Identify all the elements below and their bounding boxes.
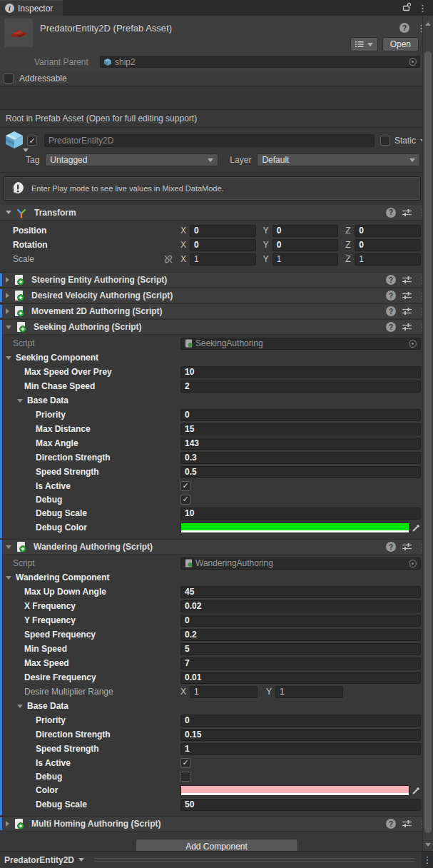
foldout-open-icon[interactable] xyxy=(6,326,11,329)
component-header-multi-homing[interactable]: Multi Homing Authoring (Script) ? ⋮ xyxy=(0,816,433,832)
field-input[interactable]: 0.5 xyxy=(180,466,421,478)
color-swatch[interactable] xyxy=(180,785,409,796)
debug-checkbox[interactable] xyxy=(180,772,190,782)
properties-list-dropdown[interactable] xyxy=(350,37,378,51)
is-active-checkbox[interactable]: ✓ xyxy=(180,481,190,491)
gameobject-name-field[interactable]: PredatorEntity2D xyxy=(44,134,375,147)
color-row: Debug Color xyxy=(0,520,433,535)
component-header-movement2d[interactable]: Movement 2D Authoring (Script) ? ⋮ xyxy=(0,303,433,319)
rotation-y-input[interactable]: 0 xyxy=(272,239,339,251)
component-header-desired-velocity[interactable]: Desired Velocity Authoring (Script) ? ⋮ xyxy=(0,288,433,303)
presets-icon[interactable] xyxy=(402,323,412,331)
component-header-seeking[interactable]: Seeking Authoring (Script) ? ⋮ xyxy=(0,319,433,335)
field-input[interactable]: 45 xyxy=(180,586,421,598)
object-picker-icon[interactable] xyxy=(409,560,417,567)
transform-header[interactable]: Transform ? ⋮ xyxy=(0,205,433,221)
field-input[interactable]: 0 xyxy=(180,409,421,421)
field-input[interactable]: 0.15 xyxy=(180,729,421,741)
script-object-field[interactable]: SeekingAuthoring xyxy=(180,338,421,350)
field-input[interactable]: 0.02 xyxy=(180,600,421,612)
foldout-closed-icon[interactable] xyxy=(6,277,9,283)
gameobject-icon[interactable] xyxy=(4,130,27,152)
desire-range-x-input[interactable]: 1 xyxy=(190,686,258,698)
field-input[interactable]: 0 xyxy=(180,715,421,727)
field-input[interactable]: 15 xyxy=(180,423,421,435)
addressable-checkbox[interactable] xyxy=(4,74,14,84)
position-x-input[interactable]: 0 xyxy=(190,225,256,237)
base-data-foldout-row[interactable]: Base Data xyxy=(0,393,433,408)
field-label: Max Distance xyxy=(3,424,180,434)
help-icon[interactable]: ? xyxy=(386,306,396,316)
help-icon[interactable]: ? xyxy=(399,23,409,33)
tab-inspector[interactable]: i Inspector xyxy=(0,0,63,16)
group-foldout-row[interactable]: Wandering Component xyxy=(0,570,433,585)
presets-icon[interactable] xyxy=(402,208,412,217)
debug-checkbox[interactable]: ✓ xyxy=(180,495,190,505)
scale-x-input[interactable]: 1 xyxy=(190,253,256,266)
field-input[interactable]: 50 xyxy=(180,799,421,811)
desire-range-y-input[interactable]: 1 xyxy=(275,686,343,698)
component-header-wandering[interactable]: Wandering Authoring (Script) ? ⋮ xyxy=(0,539,433,555)
unlock-icon[interactable] xyxy=(402,2,411,14)
field-input[interactable]: 10 xyxy=(180,508,421,520)
foldout-closed-icon[interactable] xyxy=(6,293,9,298)
foldout-closed-icon[interactable] xyxy=(6,821,9,827)
vertical-scrollbar[interactable] xyxy=(422,16,433,851)
foldout-open-icon[interactable] xyxy=(6,545,11,549)
field-input[interactable]: 7 xyxy=(180,657,421,670)
help-icon[interactable]: ? xyxy=(386,208,396,218)
eyedropper-icon[interactable] xyxy=(412,523,421,533)
field-label: Max Angle xyxy=(3,438,180,448)
scrollbar-thumb[interactable] xyxy=(424,51,432,833)
component-header-steering[interactable]: Steering Entity Authoring (Script) ? ⋮ xyxy=(0,272,433,288)
active-checkbox[interactable]: ✓ xyxy=(27,136,37,146)
position-z-input[interactable]: 0 xyxy=(355,225,421,237)
field-input[interactable]: 0.3 xyxy=(180,452,421,464)
field-input[interactable]: 0.01 xyxy=(180,672,421,684)
base-data-foldout-row[interactable]: Base Data xyxy=(0,699,433,713)
help-icon[interactable]: ? xyxy=(386,542,396,552)
field-input[interactable]: 5 xyxy=(180,643,421,655)
tab-menu-kebab-icon[interactable]: ⋮ xyxy=(418,4,427,13)
unlink-scale-icon[interactable] xyxy=(163,254,173,264)
help-icon[interactable]: ? xyxy=(386,322,396,332)
eyedropper-icon[interactable] xyxy=(412,786,421,795)
rotation-x-input[interactable]: 0 xyxy=(190,239,256,251)
presets-icon[interactable] xyxy=(402,819,412,828)
foldout-closed-icon[interactable] xyxy=(6,308,9,314)
scale-y-input[interactable]: 1 xyxy=(272,253,339,266)
rotation-z-input[interactable]: 0 xyxy=(355,239,421,251)
field-input[interactable]: 0 xyxy=(180,615,421,627)
foldout-open-icon[interactable] xyxy=(6,211,11,214)
debug-color-swatch[interactable] xyxy=(180,523,409,533)
static-checkbox[interactable] xyxy=(380,136,390,146)
position-y-input[interactable]: 0 xyxy=(272,225,339,237)
object-picker-icon[interactable] xyxy=(409,58,417,66)
help-icon[interactable]: ? xyxy=(386,291,396,301)
tag-dropdown[interactable]: Untagged xyxy=(45,153,218,166)
help-icon[interactable]: ? xyxy=(386,819,396,829)
scale-z-input[interactable]: 1 xyxy=(355,253,421,266)
open-button[interactable]: Open xyxy=(382,37,419,51)
field-input[interactable]: 1 xyxy=(180,743,421,755)
object-picker-icon[interactable] xyxy=(409,340,417,348)
script-object-field[interactable]: WanderingAuthoring xyxy=(180,557,421,570)
field-input[interactable]: 143 xyxy=(180,438,421,450)
presets-icon[interactable] xyxy=(402,276,412,284)
presets-icon[interactable] xyxy=(402,307,412,316)
scroll-down-icon xyxy=(425,843,431,847)
footer-kebab-icon[interactable]: ⋮ xyxy=(422,852,433,868)
asset-header: PredatorEntity2D (Prefab Asset) ? ⋮ Open… xyxy=(0,16,433,71)
field-input[interactable]: 2 xyxy=(180,380,421,393)
field-input[interactable]: 10 xyxy=(180,366,421,378)
is-active-checkbox[interactable]: ✓ xyxy=(180,758,190,768)
layer-dropdown[interactable]: Default xyxy=(257,153,420,166)
prefab-thumbnail[interactable] xyxy=(4,19,33,47)
field-input[interactable]: 0.2 xyxy=(180,629,421,641)
presets-icon[interactable] xyxy=(402,542,412,551)
footer-selector-dropdown[interactable]: PredatorEntity2D xyxy=(4,855,84,865)
presets-icon[interactable] xyxy=(402,291,412,300)
variant-parent-field[interactable]: ship2 xyxy=(100,56,420,68)
group-foldout-row[interactable]: Seeking Component xyxy=(0,350,433,365)
help-icon[interactable]: ? xyxy=(386,275,396,285)
